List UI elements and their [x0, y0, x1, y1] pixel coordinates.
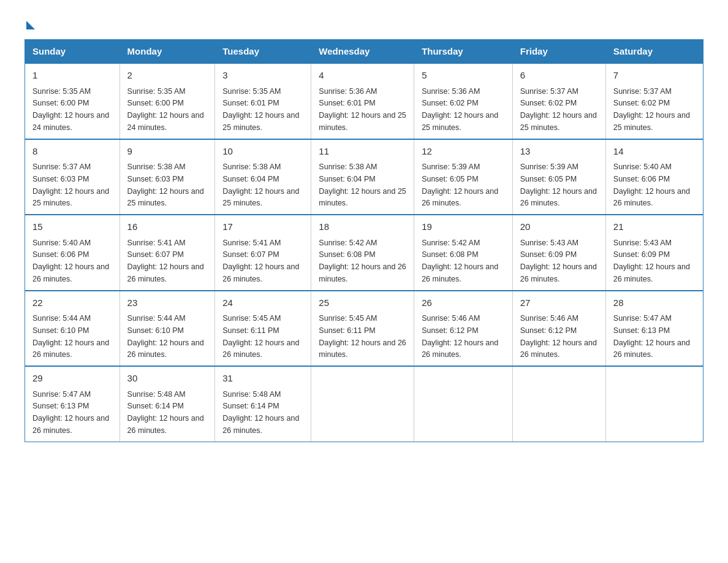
day-info: Sunrise: 5:46 AMSunset: 6:12 PMDaylight:…: [520, 314, 597, 359]
day-info: Sunrise: 5:37 AMSunset: 6:02 PMDaylight:…: [613, 87, 690, 132]
day-info: Sunrise: 5:48 AMSunset: 6:14 PMDaylight:…: [127, 390, 204, 435]
day-info: Sunrise: 5:47 AMSunset: 6:13 PMDaylight:…: [613, 314, 690, 359]
day-number: 31: [222, 372, 303, 386]
calendar-cell: 11Sunrise: 5:38 AMSunset: 6:04 PMDayligh…: [311, 139, 414, 215]
day-number: 3: [222, 69, 303, 83]
day-number: 27: [520, 296, 598, 310]
day-info: Sunrise: 5:44 AMSunset: 6:10 PMDaylight:…: [127, 314, 204, 359]
day-number: 22: [32, 296, 112, 310]
calendar-cell: [512, 366, 605, 442]
calendar-cell: 19Sunrise: 5:42 AMSunset: 6:08 PMDayligh…: [414, 215, 513, 291]
calendar-cell: 27Sunrise: 5:46 AMSunset: 6:12 PMDayligh…: [512, 291, 605, 367]
day-number: 28: [613, 296, 696, 310]
day-info: Sunrise: 5:38 AMSunset: 6:03 PMDaylight:…: [127, 163, 204, 207]
column-header-tuesday: Tuesday: [215, 40, 311, 64]
calendar-cell: 24Sunrise: 5:45 AMSunset: 6:11 PMDayligh…: [215, 291, 311, 367]
day-number: 26: [422, 296, 505, 310]
day-number: 21: [613, 220, 696, 234]
day-info: Sunrise: 5:39 AMSunset: 6:05 PMDaylight:…: [520, 163, 597, 207]
calendar-cell: 9Sunrise: 5:38 AMSunset: 6:03 PMDaylight…: [119, 139, 215, 215]
column-header-thursday: Thursday: [414, 40, 513, 64]
day-info: Sunrise: 5:40 AMSunset: 6:06 PMDaylight:…: [613, 163, 690, 207]
day-number: 17: [222, 220, 303, 234]
day-number: 15: [32, 220, 112, 234]
calendar-cell: 25Sunrise: 5:45 AMSunset: 6:11 PMDayligh…: [311, 291, 414, 367]
calendar-week-row: 15Sunrise: 5:40 AMSunset: 6:06 PMDayligh…: [25, 215, 703, 291]
calendar-cell: 31Sunrise: 5:48 AMSunset: 6:14 PMDayligh…: [215, 366, 311, 442]
column-header-saturday: Saturday: [605, 40, 703, 64]
day-number: 4: [319, 69, 406, 83]
day-number: 8: [32, 145, 112, 159]
calendar-cell: [605, 366, 703, 442]
day-info: Sunrise: 5:47 AMSunset: 6:13 PMDaylight:…: [32, 390, 109, 435]
calendar-cell: 30Sunrise: 5:48 AMSunset: 6:14 PMDayligh…: [119, 366, 215, 442]
calendar-week-row: 29Sunrise: 5:47 AMSunset: 6:13 PMDayligh…: [25, 366, 703, 442]
column-header-friday: Friday: [512, 40, 605, 64]
logo-triangle-icon: [26, 21, 35, 29]
day-info: Sunrise: 5:38 AMSunset: 6:04 PMDaylight:…: [319, 163, 406, 207]
day-number: 16: [127, 220, 208, 234]
day-number: 14: [613, 145, 696, 159]
calendar-cell: 7Sunrise: 5:37 AMSunset: 6:02 PMDaylight…: [605, 63, 703, 139]
calendar-cell: 13Sunrise: 5:39 AMSunset: 6:05 PMDayligh…: [512, 139, 605, 215]
day-info: Sunrise: 5:48 AMSunset: 6:14 PMDaylight:…: [222, 390, 299, 435]
calendar-cell: 15Sunrise: 5:40 AMSunset: 6:06 PMDayligh…: [25, 215, 120, 291]
day-info: Sunrise: 5:39 AMSunset: 6:05 PMDaylight:…: [422, 163, 498, 207]
calendar-cell: 29Sunrise: 5:47 AMSunset: 6:13 PMDayligh…: [25, 366, 120, 442]
day-number: 6: [520, 69, 598, 83]
page-header: [25, 18, 703, 27]
day-info: Sunrise: 5:37 AMSunset: 6:03 PMDaylight:…: [32, 163, 109, 207]
day-number: 9: [127, 145, 208, 159]
day-number: 7: [613, 69, 696, 83]
day-number: 1: [32, 69, 112, 83]
calendar-cell: [414, 366, 513, 442]
calendar-week-row: 8Sunrise: 5:37 AMSunset: 6:03 PMDaylight…: [25, 139, 703, 215]
calendar-cell: 21Sunrise: 5:43 AMSunset: 6:09 PMDayligh…: [605, 215, 703, 291]
day-info: Sunrise: 5:43 AMSunset: 6:09 PMDaylight:…: [613, 239, 690, 283]
calendar-cell: 16Sunrise: 5:41 AMSunset: 6:07 PMDayligh…: [119, 215, 215, 291]
column-header-sunday: Sunday: [25, 40, 120, 64]
calendar-cell: [311, 366, 414, 442]
day-info: Sunrise: 5:44 AMSunset: 6:10 PMDaylight:…: [32, 314, 109, 359]
day-number: 18: [319, 220, 406, 234]
day-info: Sunrise: 5:42 AMSunset: 6:08 PMDaylight:…: [422, 239, 498, 283]
day-number: 24: [222, 296, 303, 310]
calendar-cell: 18Sunrise: 5:42 AMSunset: 6:08 PMDayligh…: [311, 215, 414, 291]
calendar-body: 1Sunrise: 5:35 AMSunset: 6:00 PMDaylight…: [25, 63, 703, 442]
calendar-cell: 14Sunrise: 5:40 AMSunset: 6:06 PMDayligh…: [605, 139, 703, 215]
day-info: Sunrise: 5:45 AMSunset: 6:11 PMDaylight:…: [319, 314, 406, 359]
calendar-table: SundayMondayTuesdayWednesdayThursdayFrid…: [25, 39, 703, 442]
day-info: Sunrise: 5:37 AMSunset: 6:02 PMDaylight:…: [520, 87, 597, 132]
day-info: Sunrise: 5:41 AMSunset: 6:07 PMDaylight:…: [127, 239, 204, 283]
day-info: Sunrise: 5:35 AMSunset: 6:00 PMDaylight:…: [32, 87, 109, 132]
calendar-cell: 6Sunrise: 5:37 AMSunset: 6:02 PMDaylight…: [512, 63, 605, 139]
day-number: 20: [520, 220, 598, 234]
column-header-monday: Monday: [119, 40, 215, 64]
calendar-cell: 4Sunrise: 5:36 AMSunset: 6:01 PMDaylight…: [311, 63, 414, 139]
calendar-cell: 12Sunrise: 5:39 AMSunset: 6:05 PMDayligh…: [414, 139, 513, 215]
calendar-cell: 20Sunrise: 5:43 AMSunset: 6:09 PMDayligh…: [512, 215, 605, 291]
day-number: 19: [422, 220, 505, 234]
day-number: 30: [127, 372, 208, 386]
day-info: Sunrise: 5:38 AMSunset: 6:04 PMDaylight:…: [222, 163, 299, 207]
calendar-cell: 26Sunrise: 5:46 AMSunset: 6:12 PMDayligh…: [414, 291, 513, 367]
day-info: Sunrise: 5:36 AMSunset: 6:02 PMDaylight:…: [422, 87, 498, 132]
day-info: Sunrise: 5:35 AMSunset: 6:01 PMDaylight:…: [222, 87, 299, 132]
calendar-cell: 8Sunrise: 5:37 AMSunset: 6:03 PMDaylight…: [25, 139, 120, 215]
calendar-cell: 1Sunrise: 5:35 AMSunset: 6:00 PMDaylight…: [25, 63, 120, 139]
day-number: 23: [127, 296, 208, 310]
calendar-cell: 10Sunrise: 5:38 AMSunset: 6:04 PMDayligh…: [215, 139, 311, 215]
day-number: 2: [127, 69, 208, 83]
day-info: Sunrise: 5:46 AMSunset: 6:12 PMDaylight:…: [422, 314, 498, 359]
calendar-cell: 5Sunrise: 5:36 AMSunset: 6:02 PMDaylight…: [414, 63, 513, 139]
calendar-cell: 3Sunrise: 5:35 AMSunset: 6:01 PMDaylight…: [215, 63, 311, 139]
day-number: 13: [520, 145, 598, 159]
calendar-cell: 23Sunrise: 5:44 AMSunset: 6:10 PMDayligh…: [119, 291, 215, 367]
logo: [25, 18, 35, 27]
day-info: Sunrise: 5:40 AMSunset: 6:06 PMDaylight:…: [32, 239, 109, 283]
calendar-week-row: 1Sunrise: 5:35 AMSunset: 6:00 PMDaylight…: [25, 63, 703, 139]
day-info: Sunrise: 5:36 AMSunset: 6:01 PMDaylight:…: [319, 87, 406, 132]
day-number: 12: [422, 145, 505, 159]
day-number: 29: [32, 372, 112, 386]
day-number: 5: [422, 69, 505, 83]
